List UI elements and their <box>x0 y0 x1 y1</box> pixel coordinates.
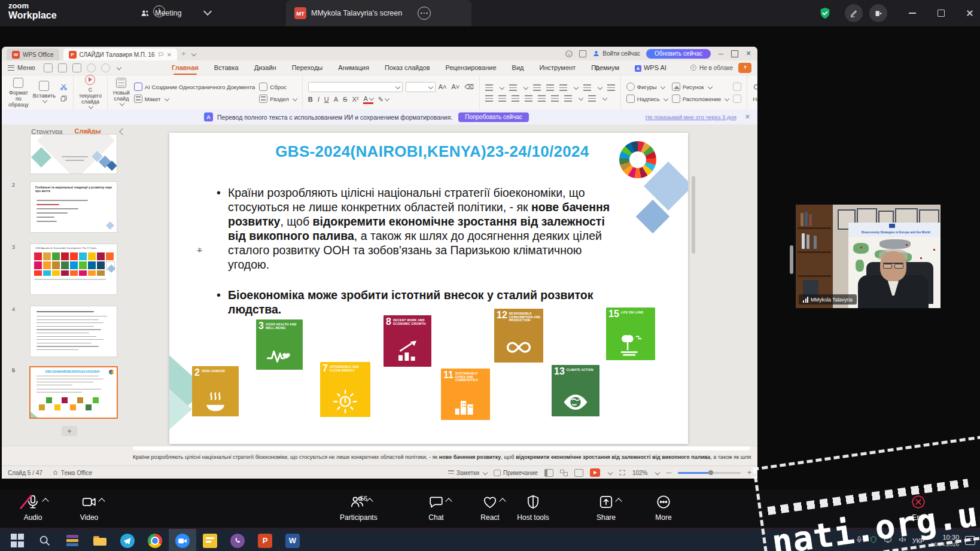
control-share[interactable]: Share <box>589 494 623 522</box>
maximize-button[interactable] <box>933 5 949 21</box>
paragraph-settings-icon[interactable] <box>588 95 596 102</box>
tray-mic-icon[interactable] <box>855 535 863 546</box>
taskbar-docs[interactable] <box>196 529 224 551</box>
notes-box[interactable] <box>133 446 750 450</box>
control-participants[interactable]: 56Participants <box>340 494 375 522</box>
autofit-icon[interactable] <box>564 95 572 102</box>
distribute-icon[interactable] <box>538 95 546 102</box>
taskbar-clock[interactable]: 10:30 16.04.2026 <box>930 534 959 548</box>
layout-mode-icon[interactable] <box>579 50 586 57</box>
highlight-color-button[interactable]: ✎ <box>378 96 389 103</box>
zoom-in-button[interactable]: + <box>747 468 751 477</box>
close-button[interactable] <box>962 5 978 21</box>
chevron-up-icon[interactable] <box>445 498 452 504</box>
ribbon-search-icon[interactable] <box>594 65 601 72</box>
insert-chart-icon[interactable] <box>733 83 741 91</box>
paste-button[interactable]: Вставить <box>33 81 56 105</box>
zoom-out-button[interactable]: ─ <box>666 468 671 477</box>
textbox-button[interactable]: Надпись <box>626 95 668 103</box>
font-family-select[interactable] <box>308 82 403 92</box>
thumbnail-slide-4[interactable] <box>31 306 117 357</box>
tray-security-icon[interactable] <box>869 535 878 546</box>
menu-item-Анимация[interactable]: Анимация <box>337 62 370 74</box>
increase-indent-icon[interactable] <box>546 84 554 91</box>
thumbnail-slide-1[interactable]: Біоекономіка16.04.2026 рік <box>31 135 117 173</box>
new-tab-icon[interactable]: + <box>181 49 186 58</box>
taskbar-winrar[interactable] <box>59 529 86 551</box>
decrease-indent-icon[interactable] <box>533 84 541 91</box>
participant-video-tile[interactable]: Bioeconomy Strategies in Europe and the … <box>796 205 941 308</box>
italic-button[interactable]: I <box>318 96 319 103</box>
taskbar-telegram[interactable] <box>114 529 141 551</box>
try-now-button[interactable]: Попробовать сейчас <box>458 112 529 122</box>
bold-button[interactable]: B <box>308 96 313 103</box>
video-panel-scrollbar[interactable] <box>790 245 793 274</box>
comment-bubble-icon[interactable] <box>158 51 164 57</box>
taskbar-start[interactable] <box>4 529 31 551</box>
tray-volume-icon[interactable] <box>898 535 906 546</box>
sign-in-button[interactable]: Войти сейчас <box>592 50 640 57</box>
picture-button[interactable]: Рисунок <box>672 83 729 91</box>
font-color-button[interactable]: A <box>363 95 373 104</box>
find-magnifier-icon[interactable] <box>753 83 757 92</box>
align-right-icon[interactable] <box>512 95 519 102</box>
line-spacing-icon[interactable] <box>559 84 567 91</box>
minimize-button[interactable] <box>905 5 920 21</box>
undo-icon[interactable] <box>87 63 96 72</box>
control-react[interactable]: React <box>473 494 507 522</box>
bullet-list-icon[interactable] <box>485 84 493 91</box>
text-direction-icon[interactable] <box>583 84 591 91</box>
language-indicator[interactable]: УКР <box>912 537 925 544</box>
section-button[interactable]: Раздел <box>259 95 296 103</box>
chevron-up-icon[interactable] <box>615 498 622 504</box>
insert-table-icon[interactable] <box>733 95 741 103</box>
menu-item-Дизайн[interactable]: Дизайн <box>254 62 277 74</box>
chevron-up-icon[interactable] <box>499 498 506 504</box>
clear-format-icon[interactable]: ⌫ <box>464 83 474 91</box>
columns-icon[interactable] <box>607 84 615 91</box>
vertical-align-icon[interactable] <box>551 95 559 102</box>
superscript-button[interactable]: X² <box>352 96 358 103</box>
tab-shared-screen[interactable]: MT MMykola Talavyria's screen <box>286 0 471 26</box>
wps-minimize-button[interactable]: ─ <box>717 50 725 57</box>
thumbnail-slide-5 thumbnail-current[interactable]: GBS-2024(NAIROBI,KENYA)23-24/10/2024 <box>31 367 117 418</box>
wps-home-tab[interactable]: W WPS Office <box>7 48 59 60</box>
zoom-level-value[interactable]: 102% <box>632 470 648 476</box>
control-chat[interactable]: Chat <box>419 494 454 522</box>
notification-center-icon[interactable] <box>965 536 975 545</box>
preview-icon[interactable] <box>72 63 81 72</box>
ai-one-page-doc-button[interactable]: AI Создание Одностраничного Документа <box>134 83 255 91</box>
play-from-current-slide-button[interactable]: С текущего слайда <box>79 75 102 111</box>
menu-item-Инструмент[interactable]: Инструмент <box>538 62 576 74</box>
reading-view-button[interactable] <box>574 469 583 477</box>
menu-item-Показ слайдов[interactable]: Показ слайдов <box>384 62 431 74</box>
cloud-status[interactable]: Не в облаке <box>690 64 733 71</box>
taskbar-explorer[interactable] <box>86 529 114 551</box>
chevron-up-icon[interactable] <box>98 498 105 504</box>
share-document-button[interactable] <box>738 63 751 73</box>
find-button[interactable]: Найти <box>753 96 757 102</box>
justify-icon[interactable] <box>525 95 532 102</box>
feedback-smiley-icon[interactable] <box>565 50 573 58</box>
taskbar-zoom[interactable] <box>169 529 196 551</box>
text-shadow-button[interactable]: A <box>334 96 338 103</box>
zoom-slider[interactable] <box>678 472 741 474</box>
comment-toggle-button[interactable]: Примечание <box>494 470 538 476</box>
fit-to-window-icon[interactable] <box>619 469 626 476</box>
slide-canvas[interactable]: GBS-2024(NAIROBI,KENYA)23-24/10/2024 Кра… <box>169 133 688 444</box>
redo-icon[interactable] <box>101 63 110 72</box>
print-icon[interactable] <box>58 63 67 72</box>
taskbar-viber[interactable] <box>224 529 251 551</box>
menu-item-Вид[interactable]: Вид <box>512 62 525 74</box>
control-audio[interactable]: Audio <box>16 494 50 522</box>
menu-item-Переходы[interactable]: Переходы <box>291 62 324 74</box>
reset-button[interactable]: Сброс <box>259 83 296 91</box>
add-slide-button[interactable]: + <box>62 426 77 436</box>
copy-icon[interactable] <box>60 95 68 102</box>
tray-display-icon[interactable] <box>884 535 892 546</box>
security-shield-icon[interactable] <box>818 6 832 20</box>
thumbnail-slide-3[interactable]: 2030 Agenda for Sustainable Development:… <box>31 244 117 294</box>
wps-close-button[interactable]: ✕ <box>744 50 753 57</box>
font-size-select[interactable] <box>406 82 436 92</box>
thumbnail-slide-2[interactable]: Глобальні та національні тенденції у роз… <box>31 182 117 232</box>
